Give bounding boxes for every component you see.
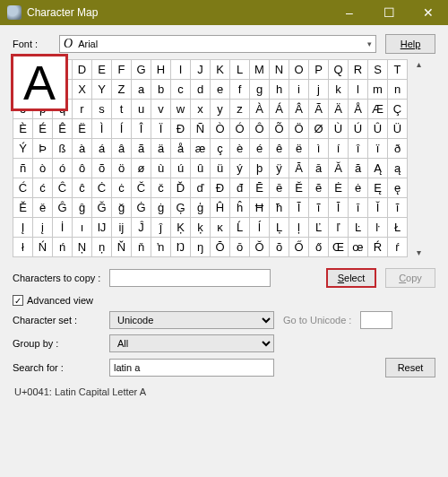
characters-to-copy-input[interactable] <box>109 269 271 287</box>
char-cell[interactable]: ġ <box>151 198 171 218</box>
char-cell[interactable]: Ĵ <box>132 218 151 238</box>
char-cell[interactable]: ÿ <box>270 159 289 178</box>
char-cell[interactable]: Ĺ <box>230 218 250 238</box>
char-cell[interactable]: ŕ <box>388 238 408 257</box>
char-cell[interactable]: ē <box>270 178 289 198</box>
char-cell[interactable]: u <box>132 100 151 119</box>
char-cell[interactable]: Ň <box>112 238 132 257</box>
char-cell[interactable]: ĵ <box>151 218 171 238</box>
char-cell[interactable]: ø <box>132 159 151 178</box>
char-cell[interactable]: ŏ <box>270 238 289 257</box>
char-cell[interactable]: G <box>132 60 151 80</box>
char-cell[interactable]: Ĳ <box>92 218 112 238</box>
char-cell[interactable]: Ě <box>13 198 33 218</box>
char-cell[interactable]: ņ <box>92 238 112 257</box>
char-cell[interactable]: Ç <box>388 100 408 119</box>
char-cell[interactable]: ľ <box>329 218 349 238</box>
char-cell[interactable]: ı <box>73 218 92 238</box>
char-cell[interactable]: Ö <box>289 119 309 139</box>
vertical-scrollbar[interactable]: ▴ ▾ <box>411 59 426 257</box>
char-cell[interactable]: ć <box>33 178 53 198</box>
char-cell[interactable]: l <box>349 80 368 100</box>
char-cell[interactable]: Ñ <box>191 119 211 139</box>
char-cell[interactable]: ċ <box>112 178 132 198</box>
search-input[interactable] <box>109 359 274 377</box>
charset-select[interactable]: Unicode <box>109 311 274 329</box>
char-cell[interactable]: Ã <box>309 100 329 119</box>
char-cell[interactable]: ŀ <box>368 218 388 238</box>
char-cell[interactable]: ê <box>270 139 289 159</box>
char-cell[interactable]: Ŋ <box>171 238 191 257</box>
char-cell[interactable]: Ľ <box>309 218 329 238</box>
char-cell[interactable]: ď <box>191 178 211 198</box>
char-cell[interactable]: Î <box>132 119 151 139</box>
char-cell[interactable]: Ħ <box>250 198 270 218</box>
char-cell[interactable]: Ē <box>250 178 270 198</box>
help-button[interactable]: Help <box>385 34 435 54</box>
group-by-select[interactable]: All <box>109 334 274 352</box>
char-cell[interactable]: ù <box>151 159 171 178</box>
char-cell[interactable]: ò <box>33 159 53 178</box>
advanced-view-checkbox[interactable]: ✓ <box>13 295 23 306</box>
goto-unicode-input[interactable] <box>360 311 392 329</box>
char-cell[interactable]: O <box>289 60 309 80</box>
char-cell[interactable]: Ĉ <box>53 178 73 198</box>
char-cell[interactable]: ā <box>309 159 329 178</box>
char-cell[interactable]: ü <box>211 159 230 178</box>
char-cell[interactable]: Ŕ <box>368 238 388 257</box>
char-cell[interactable]: ě <box>33 198 53 218</box>
char-cell[interactable]: Ł <box>388 218 408 238</box>
char-cell[interactable]: Ġ <box>132 198 151 218</box>
char-cell[interactable]: ń <box>53 238 73 257</box>
char-cell[interactable]: İ <box>53 218 73 238</box>
char-cell[interactable]: Ń <box>33 238 53 257</box>
char-cell[interactable]: ħ <box>270 198 289 218</box>
char-cell[interactable]: À <box>250 100 270 119</box>
char-cell[interactable]: ĭ <box>388 198 408 218</box>
char-cell[interactable]: x <box>191 100 211 119</box>
char-cell[interactable]: ĺ <box>250 218 270 238</box>
char-cell[interactable]: Ę <box>368 178 388 198</box>
char-cell[interactable]: õ <box>92 159 112 178</box>
char-cell[interactable]: Ĥ <box>211 198 230 218</box>
char-cell[interactable]: Ĩ <box>289 198 309 218</box>
char-cell[interactable]: ó <box>53 159 73 178</box>
char-cell[interactable]: ō <box>230 238 250 257</box>
char-cell[interactable]: m <box>368 80 388 100</box>
char-cell[interactable]: J <box>191 60 211 80</box>
char-cell[interactable]: þ <box>250 159 270 178</box>
char-cell[interactable]: S <box>368 60 388 80</box>
char-cell[interactable]: Í <box>112 119 132 139</box>
char-cell[interactable]: Ŏ <box>250 238 270 257</box>
char-cell[interactable]: Ó <box>230 119 250 139</box>
char-cell[interactable]: Ć <box>13 178 33 198</box>
char-cell[interactable]: h <box>270 80 289 100</box>
char-cell[interactable]: y <box>211 100 230 119</box>
char-cell[interactable]: M <box>250 60 270 80</box>
char-cell[interactable]: ă <box>349 159 368 178</box>
char-cell[interactable]: ß <box>53 139 73 159</box>
char-cell[interactable]: T <box>388 60 408 80</box>
char-cell[interactable]: ä <box>151 139 171 159</box>
char-cell[interactable]: R <box>349 60 368 80</box>
char-cell[interactable]: Ý <box>13 139 33 159</box>
char-cell[interactable]: r <box>73 100 92 119</box>
char-cell[interactable]: Û <box>368 119 388 139</box>
copy-button[interactable]: Copy <box>385 268 435 288</box>
char-cell[interactable]: ą <box>388 159 408 178</box>
char-cell[interactable]: ŋ <box>191 238 211 257</box>
char-cell[interactable]: Ú <box>349 119 368 139</box>
character-grid[interactable]: ABCDEFGHIJKLMNOPQRSTUVWXYZabcdefghijklmn… <box>13 59 408 257</box>
char-cell[interactable]: f <box>230 80 250 100</box>
char-cell[interactable]: ő <box>309 238 329 257</box>
char-cell[interactable]: n <box>388 80 408 100</box>
char-cell[interactable]: N <box>270 60 289 80</box>
char-cell[interactable]: Ì <box>92 119 112 139</box>
char-cell[interactable]: ç <box>211 139 230 159</box>
char-cell[interactable]: ķ <box>191 218 211 238</box>
char-cell[interactable]: è <box>230 139 250 159</box>
char-cell[interactable]: í <box>329 139 349 159</box>
char-cell[interactable]: Å <box>349 100 368 119</box>
char-cell[interactable]: ň <box>132 238 151 257</box>
char-cell[interactable]: Ï <box>151 119 171 139</box>
